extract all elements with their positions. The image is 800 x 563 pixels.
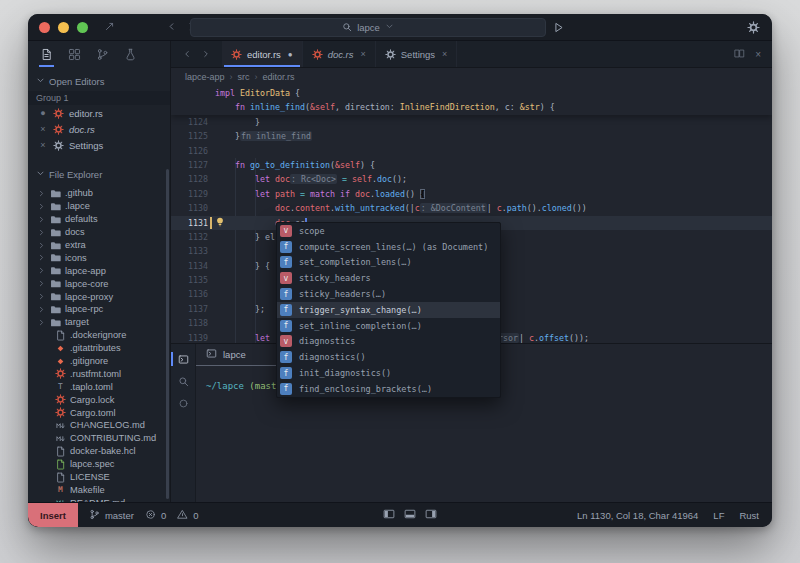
code-text: [208, 273, 215, 287]
code-line[interactable]: 1130 doc.content.with_untracked(|c: &Doc…: [171, 201, 772, 215]
minimize-window-button[interactable]: [58, 22, 69, 33]
rust-icon: [312, 49, 323, 60]
toggle-right-panel-icon[interactable]: [425, 508, 437, 522]
tab-Settings[interactable]: Settings×: [376, 41, 458, 67]
toggle-bottom-panel-icon[interactable]: [404, 508, 416, 522]
code-line[interactable]: fn inline_find(&self, direction: InlineF…: [171, 100, 772, 114]
completion-item[interactable]: vdiagnostics: [277, 334, 500, 350]
warning-indicator[interactable]: 0: [177, 509, 198, 522]
close-window-button[interactable]: [39, 22, 50, 33]
language-mode[interactable]: Rust: [739, 510, 759, 521]
completion-item[interactable]: fdiagnostics(): [277, 349, 500, 365]
tree-folder-item[interactable]: lapce-proxy: [28, 290, 170, 303]
tree-file-item[interactable]: MMakefile: [28, 483, 170, 496]
tab-doc-rs[interactable]: doc.rs×: [303, 41, 376, 67]
tree-file-item[interactable]: CONTRIBUTING.md: [28, 432, 170, 445]
tree-file-item[interactable]: T.taplo.toml: [28, 380, 170, 393]
code-line[interactable]: 1128 let doc: Rc<Doc> = self.doc();: [171, 172, 772, 186]
tree-file-item[interactable]: Cargo.lock: [28, 393, 170, 406]
completion-item[interactable]: ftrigger_syntax_change(…): [277, 302, 500, 318]
tree-folder-item[interactable]: lapce-core: [28, 277, 170, 290]
open-editors-header[interactable]: Open Editors: [28, 73, 170, 89]
search-panel-button[interactable]: [171, 370, 195, 392]
function-kind-icon: f: [280, 288, 292, 300]
completion-item[interactable]: vscope: [277, 223, 500, 239]
open-editor-item[interactable]: ●editor.rs: [28, 105, 170, 121]
tree-file-item[interactable]: docker-bake.hcl: [28, 445, 170, 458]
tree-file-item[interactable]: .rustfmt.toml: [28, 367, 170, 380]
zoom-window-button[interactable]: [77, 22, 88, 33]
tree-file-item[interactable]: LICENSE: [28, 471, 170, 484]
tree-folder-item[interactable]: icons: [28, 251, 170, 264]
completion-item[interactable]: fset_inline_completion(…): [277, 318, 500, 334]
open-editor-item[interactable]: ×Settings: [28, 137, 170, 153]
tree-item-label: .lapce: [65, 201, 90, 211]
open-editor-item[interactable]: ×doc.rs: [28, 121, 170, 137]
folder-icon: [50, 304, 61, 315]
tab-back-button[interactable]: [182, 45, 192, 63]
tree-file-item[interactable]: .gitattributes: [28, 342, 170, 355]
breadcrumb-part[interactable]: src: [238, 72, 250, 82]
window-menu-icon[interactable]: [104, 18, 115, 36]
code-line[interactable]: 1127 fn go_to_definition(&self) {: [171, 158, 772, 172]
tree-folder-item[interactable]: lapce-rpc: [28, 303, 170, 316]
file-explorer-button[interactable]: [32, 41, 60, 67]
tree-folder-item[interactable]: .lapce: [28, 200, 170, 213]
tree-folder-item[interactable]: extra: [28, 239, 170, 252]
problems-panel-button[interactable]: [171, 392, 195, 414]
tree-file-item[interactable]: .dockerignore: [28, 329, 170, 342]
run-button[interactable]: [552, 20, 565, 38]
line-ending[interactable]: LF: [713, 510, 724, 521]
completion-item[interactable]: ffind_enclosing_brackets(…): [277, 381, 500, 397]
settings-gear-icon[interactable]: [747, 20, 760, 38]
lapce-window: lapce Open Editors Group 1 ●editor.rs×do…: [28, 14, 772, 527]
plugin-panel-button[interactable]: [60, 41, 88, 67]
branch-indicator[interactable]: master: [89, 509, 134, 522]
code-line[interactable]: 1124 }: [171, 115, 772, 129]
error-indicator[interactable]: 0: [145, 509, 166, 522]
breadcrumb-part[interactable]: lapce-app: [185, 72, 225, 82]
tab-editor-rs[interactable]: editor.rs●: [222, 41, 303, 67]
code-line[interactable]: impl EditorData {: [171, 86, 772, 100]
tree-folder-item[interactable]: .github: [28, 187, 170, 200]
tab-forward-button[interactable]: [201, 45, 211, 63]
completion-item[interactable]: finit_diagnostics(): [277, 365, 500, 381]
tree-folder-item[interactable]: docs: [28, 226, 170, 239]
tree-file-item[interactable]: CHANGELOG.md: [28, 419, 170, 432]
split-editor-icon[interactable]: [734, 45, 745, 63]
tree-folder-item[interactable]: defaults: [28, 213, 170, 226]
folder-icon: [50, 265, 61, 276]
back-button[interactable]: [166, 18, 177, 36]
code-line[interactable]: 1129 let path = match if doc.loaded() {: [171, 187, 772, 201]
breadcrumb-part[interactable]: editor.rs: [263, 72, 295, 82]
debug-panel-button[interactable]: [116, 41, 144, 67]
cursor-position[interactable]: Ln 1130, Col 18, Char 41964: [577, 510, 698, 521]
close-icon[interactable]: ×: [442, 49, 447, 59]
completion-item[interactable]: vsticky_headers: [277, 270, 500, 286]
sidebar-scrollbar[interactable]: [166, 169, 169, 499]
completion-item[interactable]: fsticky_headers(…): [277, 286, 500, 302]
close-icon[interactable]: ×: [38, 140, 48, 150]
tree-file-item[interactable]: Cargo.toml: [28, 406, 170, 419]
source-control-panel-button[interactable]: [88, 41, 116, 67]
close-editor-icon[interactable]: ×: [755, 49, 761, 60]
tree-file-item[interactable]: lapce.spec: [28, 458, 170, 471]
code-text: fn go_to_definition(&self) {: [208, 158, 375, 172]
command-palette[interactable]: lapce: [190, 18, 546, 37]
tree-folder-item[interactable]: lapce-app: [28, 264, 170, 277]
code-line[interactable]: 1125 }fn inline_find: [171, 129, 772, 143]
modified-dot-icon[interactable]: ●: [38, 108, 48, 118]
tree-file-item[interactable]: .gitignore: [28, 355, 170, 368]
completion-item[interactable]: fcompute_screen_lines(…) (as Document): [277, 239, 500, 255]
tree-folder-item[interactable]: target: [28, 316, 170, 329]
editor-mode-badge[interactable]: Insert: [28, 503, 78, 527]
close-icon[interactable]: ×: [38, 124, 48, 134]
terminal-panel-button[interactable]: [171, 348, 195, 370]
toggle-left-panel-icon[interactable]: [383, 508, 395, 522]
modified-dot-icon[interactable]: ●: [288, 50, 293, 59]
code-line[interactable]: 1126: [171, 144, 772, 158]
file-explorer-header[interactable]: File Explorer: [28, 166, 170, 182]
close-icon[interactable]: ×: [361, 49, 366, 59]
line-number: 1131: [171, 216, 208, 230]
completion-item[interactable]: fset_completion_lens(…): [277, 255, 500, 271]
